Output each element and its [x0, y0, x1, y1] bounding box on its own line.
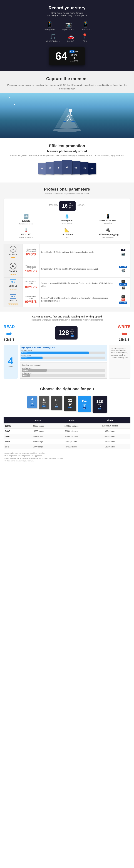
sd-card-visual: 64 C10 GB micro TF microCARD [4, 47, 130, 65]
table-row: 64GB 16000 songs 21600 pictures 960 minu… [4, 429, 130, 434]
param-waterproof: 💧 waterproof quakrote protection [47, 214, 86, 225]
device-tablets: 📱 tablet PCs [82, 21, 90, 30]
data-table: music photo video 128GB 30600 songs 1094… [4, 417, 130, 449]
uhs1-u3-stars: ★★★★★ [8, 303, 18, 305]
params-row-1: ➡️ 80MB/S Transmission speed 💧 waterproo… [6, 214, 128, 225]
row-8gb-label: 8GB [4, 444, 23, 449]
col-header-music: music [23, 417, 53, 424]
center-card: 16 GBmicroTF [59, 201, 76, 211]
tablet-icon: 📱 [82, 21, 89, 28]
write-side: WRITE ⬅ 15MB/S [118, 324, 130, 341]
row-16gb-label: 16GB [4, 439, 23, 444]
row-32gb-video: 480 minutes [90, 434, 130, 439]
perf-times: 4 [8, 356, 13, 365]
device-gps-label: GPS [83, 40, 87, 42]
row-8gb-video: 120 minutes [90, 444, 130, 449]
col-header-photo: photo [53, 417, 90, 424]
capture-section: Capture the moment Precious memory, inst… [0, 71, 134, 138]
svg-point-0 [53, 128, 81, 132]
standard-label: Standard memory card [21, 364, 105, 366]
uhs1-u1-label: U 1 UHS-1 U1 ★★★★ [4, 278, 23, 292]
record-title: Record your story [4, 5, 130, 10]
class-6-label: 6 CLASS 6 ★★ [4, 244, 23, 261]
std-write-bar: Writing speed 5MB/S [21, 372, 105, 377]
write-speed: 15MB/S [119, 338, 129, 341]
device-phones-label: Smart phones [44, 29, 55, 30]
row-16gb-video: 240 minutes [90, 439, 130, 444]
perf-desc-block: having reading speed up to 80MB/S Writin… [109, 345, 130, 379]
table-row: 16GB 4000 songs 5400 pictures 240 minute… [4, 439, 130, 444]
param-temp: 🌡️ -40°~185° working temperature [6, 227, 46, 238]
uhs1-u3-badges: 3D 4K FULL HD [116, 292, 130, 307]
table-row: 8GB 2000 songs 2700 pictures 120 minutes [4, 444, 130, 449]
card-64gb: 64 micro TF C10 [78, 396, 91, 413]
device-row-1: 📱 Smart phones 📷 digital cameras 📱 table… [4, 21, 130, 30]
params-subtitle: Detailed parameters, so you could know m… [4, 192, 130, 195]
card-32gb: 32 micro TF C10 [64, 396, 76, 413]
row-32gb-label: 32GB [4, 434, 23, 439]
uhs1-u3-row: U 3 UHS-1 U3 ★★★★★ Reading speedup to 90… [4, 292, 130, 307]
choose-cards-row: 4 micro TF C10 8 micro TF C10 16 micro T… [4, 396, 130, 413]
device-mp3: 🎵 MP3/MP4 players [46, 33, 60, 42]
perf-times-block: 4 Times [4, 345, 18, 379]
skier-svg [49, 98, 85, 134]
row-64gb-music: 16000 songs [23, 429, 53, 434]
row-128gb-photo: 109400 pictures [53, 424, 90, 429]
uhs1-u1-stars: ★★★★ [9, 288, 17, 290]
row-128gb-label: 128GB [4, 424, 23, 429]
card-8gb: 8 micro TF C10 [39, 396, 49, 413]
params-section: Professional parameters Detailed paramet… [0, 183, 134, 312]
uhs1-u1-badges: 3D FULL HD 🎬 [116, 278, 130, 292]
read-side: READ ➡ 80MB/S [4, 324, 15, 341]
device-car: 🚗 Car DVR [67, 33, 74, 42]
write-bar-container: Writing speed 10MB/S [21, 355, 105, 359]
class-6-desc: Smoothly play HD Movie, satisfying digit… [40, 244, 116, 261]
class-table: 6 CLASS 6 ★★ Video shootingWriting speed… [4, 244, 130, 307]
record-sub2: And every HD video, every precious photo… [4, 14, 130, 17]
row-8gb-music: 2000 songs [23, 444, 53, 449]
read-label: READ [4, 324, 15, 329]
svg-point-3 [69, 108, 72, 112]
row-64gb-photo: 21600 pictures [53, 429, 90, 434]
read-speed: 80MB/S [4, 338, 14, 341]
device-mp3-label: MP3/MP4 players [46, 40, 60, 42]
camera-icon: 📷 [65, 21, 72, 28]
capture-image [0, 93, 134, 138]
card-capacity: 64 [55, 51, 68, 61]
capture-text: Capture the moment Precious memory, inst… [0, 71, 134, 93]
row-8gb-photo: 2700 pictures [53, 444, 90, 449]
perf-compare: 4 Times High Speed SDHC UHS-1 Memory Car… [4, 345, 130, 379]
class-10-name: CLASS 10 [9, 270, 17, 272]
class-6-row: 6 CLASS 6 ★★ Video shootingWriting speed… [4, 244, 130, 261]
table-row: 128GB 30600 songs 109400 pictures 16 hou… [4, 424, 130, 429]
uhs1-u3-label: U 3 UHS-1 U3 ★★★★★ [4, 292, 23, 307]
uhs1-u3-desc: Support 4K, 3D and HD quality video Shoo… [40, 292, 116, 307]
standard-block: Standard memory card Reading speed 15MB/… [20, 362, 107, 379]
class-10-desc: Smoothly play HD Movie, meet SLR Camera … [40, 261, 116, 278]
choose-section: Choose the right one for you 4 micro TF … [0, 382, 134, 469]
param-size: 📐 15*11*1mm size [47, 227, 86, 238]
row-32gb-music: 8000 songs [23, 434, 53, 439]
capture-desc: Precious memory, instant preservation, t… [5, 83, 129, 91]
row-64gb-label: 64GB [4, 429, 23, 434]
class-6-name: CLASS 6 [9, 253, 17, 255]
param-mobile: 📱 mobile phone tablet compatible [88, 214, 128, 225]
card-details: C10 GB micro TF microCARD [70, 50, 79, 62]
efficient-quote: "Transfer 360 photos per minute, transfe… [4, 154, 130, 156]
record-sub1: Keep every classic music for you [4, 12, 130, 14]
class-10-speed-col: Video shootingWriting speed 10MB/S [23, 261, 40, 278]
speed-title: CLASS10 speed, fast and stable reading a… [4, 315, 130, 318]
device-cameras-label: digital cameras [62, 29, 74, 30]
params-title: Professional parameters [4, 187, 130, 192]
uhs1-u1-speed-col: Reading speedup to 80MB/S [23, 278, 40, 292]
perf-times-label: Times [8, 365, 13, 368]
class-10-badges: FULL HD 📽️ [116, 261, 130, 278]
row-16gb-music: 4000 songs [23, 439, 53, 444]
uhs1-u1-name: UHS-1 U1 [9, 285, 17, 287]
class-6-stars: ★★ [11, 256, 15, 259]
phone-icon: 📱 [46, 21, 53, 28]
device-tablets-label: tablet PCs [82, 29, 90, 30]
param-speed: ➡️ 80MB/S Transmission speed [6, 214, 46, 225]
high-speed-block: High Speed SDHC UHS-1 Memory Card Readin… [20, 345, 107, 361]
speed-desc: Reading and writing large amounts of dat… [4, 319, 130, 321]
